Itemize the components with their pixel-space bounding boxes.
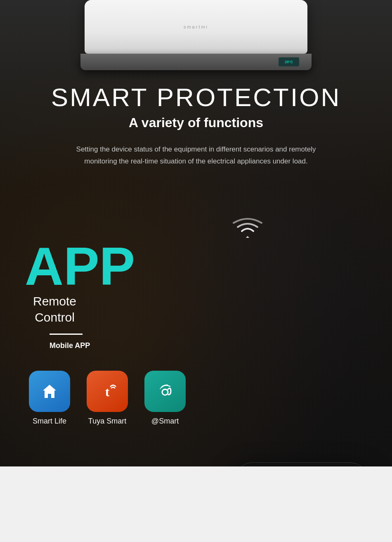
svg-point-4: [162, 389, 168, 395]
app-icon-smart-life: Smart Life: [29, 371, 70, 426]
app-icons-row: Smart Life t Tuya Smart: [29, 371, 186, 426]
hero-description: Setting the device status of the equipme…: [68, 144, 324, 168]
ac-display: 28°C: [279, 57, 299, 66]
page-wrapper: smartmi 28°C SMART PROTECTION A variety …: [0, 0, 392, 542]
divider: [50, 334, 83, 335]
ac-bottom: 28°C: [80, 54, 312, 70]
tuya-icon: t: [87, 371, 128, 412]
main-headline: SMART PROTECTION: [51, 83, 341, 112]
smart-life-icon: [29, 371, 70, 412]
ac-unit: smartmi 28°C: [76, 0, 316, 83]
svg-text:t: t: [105, 384, 110, 399]
at-smart-label: @Smart: [151, 417, 179, 426]
remote-control-label: Remote Control: [33, 293, 76, 325]
at-smart-icon: [144, 371, 186, 412]
sub-headline: A variety of functions: [129, 115, 263, 130]
mobile-app-label: Mobile APP: [50, 341, 90, 350]
tuya-label: Tuya Smart: [88, 417, 126, 426]
bottom-section: [0, 466, 392, 542]
split-layout: APP Remote Control Mobile APP: [0, 231, 392, 426]
top-section: smartmi 28°C SMART PROTECTION A variety …: [0, 0, 392, 466]
ac-body: smartmi: [85, 0, 307, 54]
left-panel: APP Remote Control Mobile APP: [17, 231, 190, 426]
ac-brand: smartmi: [184, 24, 208, 29]
hero-content: SMART PROTECTION A variety of functions …: [0, 83, 392, 188]
app-title: APP: [25, 239, 135, 293]
smart-life-label: Smart Life: [33, 417, 66, 426]
app-icon-at-smart: @Smart: [144, 371, 186, 426]
phone-mockup: ‹ ATQCB2L-CIRCUIT BREAKERS ✎ Total_Ele(k…: [233, 462, 369, 466]
phone-container: ‹ ATQCB2L-CIRCUIT BREAKERS ✎ Total_Ele(k…: [223, 462, 380, 466]
svg-rect-3: [154, 381, 176, 402]
app-icon-tuya: t Tuya Smart: [87, 371, 128, 426]
